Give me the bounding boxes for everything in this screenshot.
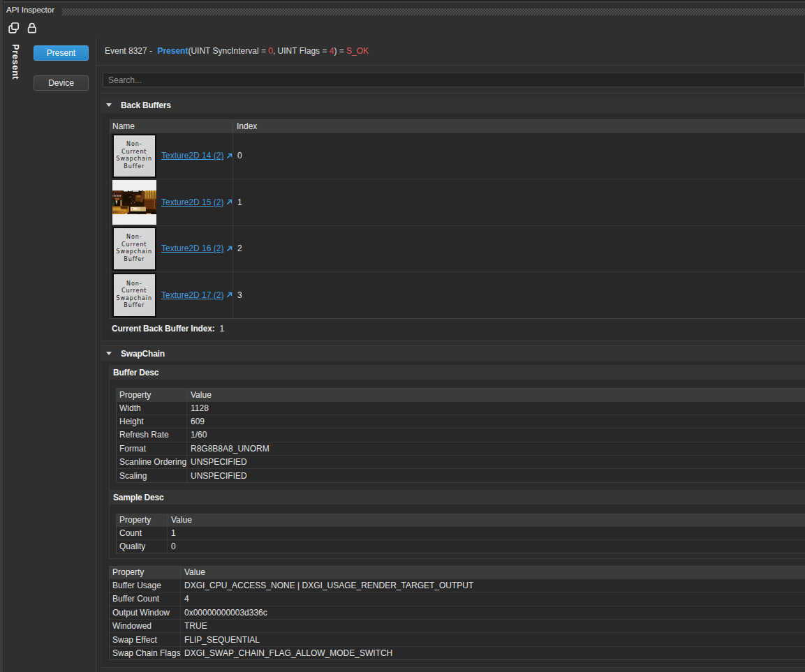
dock-edge-left xyxy=(0,0,3,672)
value-cell: DXGI_CPU_ACCESS_NONE | DXGI_USAGE_RENDER… xyxy=(181,579,805,592)
panel-title: API Inspector xyxy=(6,6,54,14)
texture-link[interactable]: Texture2D 17 (2) xyxy=(161,290,223,300)
table-row: Count1 xyxy=(117,526,805,539)
table-row: Output Window0x00000000003d336c xyxy=(110,606,805,619)
table-row: WindowedTRUE xyxy=(110,619,805,632)
property-cell: Format xyxy=(117,442,187,455)
collapse-triangle-icon[interactable] xyxy=(106,103,112,107)
value-cell: UNSPECIFIED xyxy=(187,469,805,481)
dock-edge-top xyxy=(0,0,805,4)
table-row: Refresh Rate1/60 xyxy=(117,428,805,441)
value-cell: FLIP_SEQUENTIAL xyxy=(181,633,805,645)
table-row: Buffer Count4 xyxy=(110,592,805,605)
section-header-back-buffers[interactable]: Back Buffers xyxy=(101,94,805,113)
lock-icon[interactable] xyxy=(27,22,38,33)
name-cell: Texture2D 15 (2) xyxy=(110,179,233,225)
event-signature: Event 8327 - Present(UINT SyncInterval =… xyxy=(105,46,369,56)
search-box xyxy=(103,73,805,87)
value-cell: 1/60 xyxy=(187,428,805,441)
table-row: FormatR8G8B8A8_UNORM xyxy=(117,442,805,455)
table-header-row: PropertyValue xyxy=(110,567,805,578)
event-call-text: Present(UINT SyncInterval = 0, UINT Flag… xyxy=(157,46,369,56)
value-cell: DXGI_SWAP_CHAIN_FLAG_ALLOW_MODE_SWITCH xyxy=(181,647,805,659)
swapchain-capture-thumbnail-image xyxy=(112,191,157,214)
subsection-header-sample-desc: Sample Desc xyxy=(110,490,805,505)
section-header-swapchain[interactable]: SwapChain xyxy=(101,346,805,361)
back-buffer-row: Non-CurrentSwapchainBuffer Texture2D 17 … xyxy=(110,271,805,318)
texture-link[interactable]: Texture2D 16 (2) xyxy=(161,244,223,253)
value-cell: TRUE xyxy=(181,620,805,632)
desc-container: Buffer Desc PropertyValueWidth1128Height… xyxy=(109,365,805,559)
property-cell: Swap Chain Flags xyxy=(110,647,181,659)
placeholder-thumbnail-label: Non-CurrentSwapchainBuffer xyxy=(117,141,152,170)
buffer-desc-table: PropertyValueWidth1128Height609Refresh R… xyxy=(116,388,805,483)
column-header-property: Property xyxy=(117,514,168,526)
back-buffer-row: Non-CurrentSwapchainBuffer Texture2D 14 … xyxy=(110,133,805,179)
value-cell: UNSPECIFIED xyxy=(187,456,805,468)
table-row: Quality0 xyxy=(117,539,805,553)
name-cell: Non-CurrentSwapchainBuffer Texture2D 14 … xyxy=(110,133,233,179)
property-cell: Scaling xyxy=(117,469,187,481)
texture-link[interactable]: Texture2D 14 (2) xyxy=(161,151,223,160)
section-back-buffers: Back Buffers Name Index Non-CurrentSwapc… xyxy=(101,93,805,341)
api-inspector-panel: API Inspector Present Present Device Eve… xyxy=(0,0,805,672)
event-part-ret: S_OK xyxy=(346,46,369,56)
value-cell: 4 xyxy=(181,592,805,605)
texture-thumbnail[interactable] xyxy=(112,180,157,225)
value-cell: R8G8B8A8_UNORM xyxy=(187,442,805,455)
property-cell: Buffer Usage xyxy=(110,579,181,592)
event-part-plain: , UINT Flags = xyxy=(273,46,330,56)
property-cell: Buffer Count xyxy=(110,592,181,605)
collapse-triangle-icon[interactable] xyxy=(106,352,112,355)
section-swapchain: SwapChain Buffer Desc PropertyValueWidth… xyxy=(101,345,805,668)
search-input[interactable] xyxy=(103,74,804,87)
table-header-row: PropertyValue xyxy=(117,389,805,401)
swapchain-properties-table: PropertyValueBuffer UsageDXGI_CPU_ACCESS… xyxy=(109,566,805,660)
property-cell: Windowed xyxy=(110,620,181,632)
divider xyxy=(96,65,805,66)
back-buffer-row: Texture2D 15 (2) 1 xyxy=(110,179,805,225)
section-title: SwapChain xyxy=(121,349,165,359)
column-header-property: Property xyxy=(117,389,187,401)
table-row: ScalingUNSPECIFIED xyxy=(117,468,805,481)
open-link-arrow-icon[interactable] xyxy=(226,246,232,252)
float-window-icon[interactable] xyxy=(8,22,20,33)
table-row: Swap Chain FlagsDXGI_SWAP_CHAIN_FLAG_ALL… xyxy=(110,646,805,659)
back-buffer-row: Non-CurrentSwapchainBuffer Texture2D 16 … xyxy=(110,225,805,272)
table-row: Buffer UsageDXGI_CPU_ACCESS_NONE | DXGI_… xyxy=(110,578,805,592)
tab-device[interactable]: Device xyxy=(34,75,89,91)
value-cell: 1 xyxy=(168,527,805,539)
back-buffers-table: Name Index Non-CurrentSwapchainBuffer Te… xyxy=(110,119,805,319)
texture-thumbnail[interactable]: Non-CurrentSwapchainBuffer xyxy=(112,134,157,179)
property-cell: Quality xyxy=(117,540,168,553)
column-header-value: Value xyxy=(187,389,805,401)
column-header-property: Property xyxy=(110,567,181,578)
sample-desc-table: PropertyValueCount1Quality0 xyxy=(116,514,805,553)
table-row: Scanline OrderingUNSPECIFIED xyxy=(117,455,805,468)
open-link-arrow-icon[interactable] xyxy=(226,292,232,298)
open-link-arrow-icon[interactable] xyxy=(226,153,232,159)
value-cell: 1128 xyxy=(187,402,805,415)
index-cell: 2 xyxy=(233,226,805,272)
texture-link[interactable]: Texture2D 15 (2) xyxy=(161,197,223,207)
event-part-fn: Present xyxy=(157,46,188,56)
tab-present[interactable]: Present xyxy=(34,45,89,61)
name-cell: Non-CurrentSwapchainBuffer Texture2D 16 … xyxy=(110,226,233,272)
sidebar-separator xyxy=(96,38,96,672)
property-cell: Width xyxy=(117,402,187,415)
event-part-plain: ) = xyxy=(334,46,346,56)
titlebar-grip-texture[interactable] xyxy=(62,8,805,15)
name-cell: Non-CurrentSwapchainBuffer Texture2D 17 … xyxy=(110,272,233,318)
property-cell: Output Window xyxy=(110,606,181,619)
open-link-arrow-icon[interactable] xyxy=(226,199,232,205)
event-prefix: Event 8327 - xyxy=(105,46,154,56)
table-row: Swap EffectFLIP_SEQUENTIAL xyxy=(110,632,805,645)
table-row: Width1128 xyxy=(117,401,805,415)
texture-thumbnail[interactable]: Non-CurrentSwapchainBuffer xyxy=(112,273,157,318)
texture-thumbnail[interactable]: Non-CurrentSwapchainBuffer xyxy=(112,227,157,271)
section-title: Back Buffers xyxy=(121,100,171,110)
current-back-buffer-index: Current Back Buffer Index:1 xyxy=(112,324,224,334)
property-cell: Scanline Ordering xyxy=(117,456,187,468)
index-cell: 3 xyxy=(233,272,805,318)
value-cell: 0 xyxy=(168,540,805,553)
